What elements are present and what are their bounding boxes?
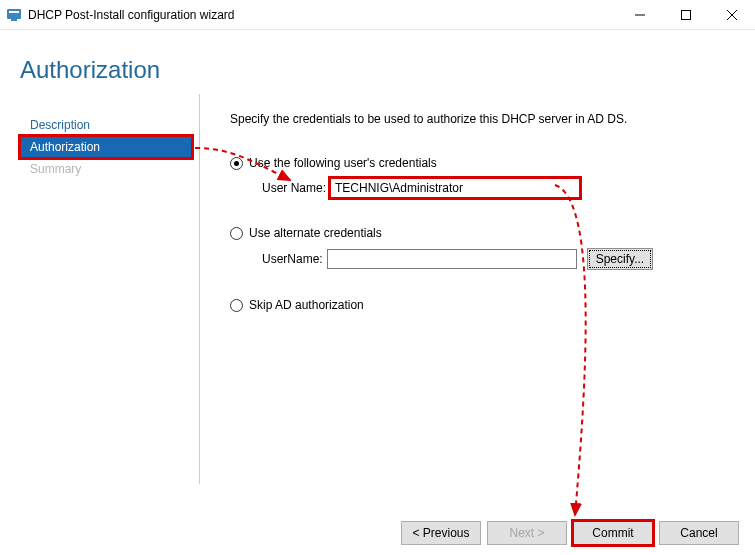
svg-rect-4	[682, 10, 691, 19]
commit-button[interactable]: Commit	[573, 521, 653, 545]
titlebar: DHCP Post-Install configuration wizard	[0, 0, 755, 30]
maximize-button[interactable]	[663, 0, 709, 29]
radio-label: Use alternate credentials	[249, 226, 382, 240]
wizard-footer: < Previous Next > Commit Cancel	[401, 521, 739, 545]
username-input-alternate[interactable]	[327, 249, 577, 269]
radio-icon	[230, 227, 243, 240]
option-following-credentials: Use the following user's credentials Use…	[230, 156, 725, 198]
page-header: Authorization	[0, 30, 755, 94]
svg-rect-2	[11, 19, 17, 21]
instructions-text: Specify the credentials to be used to au…	[230, 112, 725, 126]
next-button: Next >	[487, 521, 567, 545]
radio-row-following[interactable]: Use the following user's credentials	[230, 156, 725, 170]
close-button[interactable]	[709, 0, 755, 29]
username-label-1: User Name:	[262, 181, 326, 195]
previous-button[interactable]: < Previous	[401, 521, 481, 545]
minimize-button[interactable]	[617, 0, 663, 29]
username-label-2: UserName:	[262, 252, 323, 266]
content-area: Specify the credentials to be used to au…	[200, 94, 755, 484]
sidebar-item-authorization[interactable]: Authorization	[20, 136, 192, 158]
radio-row-alternate[interactable]: Use alternate credentials	[230, 226, 725, 240]
wizard-body: Description Authorization Summary Specif…	[0, 94, 755, 484]
svg-rect-1	[9, 11, 19, 13]
option-alternate-credentials: Use alternate credentials UserName: Spec…	[230, 226, 725, 270]
username-input-current[interactable]	[330, 178, 580, 198]
radio-row-skip[interactable]: Skip AD authorization	[230, 298, 725, 312]
radio-label: Use the following user's credentials	[249, 156, 437, 170]
svg-rect-0	[7, 9, 21, 19]
window-title: DHCP Post-Install configuration wizard	[28, 8, 235, 22]
sidebar-item-summary: Summary	[20, 158, 199, 180]
sidebar: Description Authorization Summary	[20, 94, 200, 484]
window-controls	[617, 0, 755, 29]
sidebar-item-description[interactable]: Description	[20, 114, 199, 136]
app-icon	[6, 7, 22, 23]
option-skip-ad: Skip AD authorization	[230, 298, 725, 312]
radio-label: Skip AD authorization	[249, 298, 364, 312]
cancel-button[interactable]: Cancel	[659, 521, 739, 545]
radio-icon	[230, 299, 243, 312]
specify-button[interactable]: Specify...	[587, 248, 653, 270]
radio-icon	[230, 157, 243, 170]
page-title: Authorization	[20, 56, 735, 84]
